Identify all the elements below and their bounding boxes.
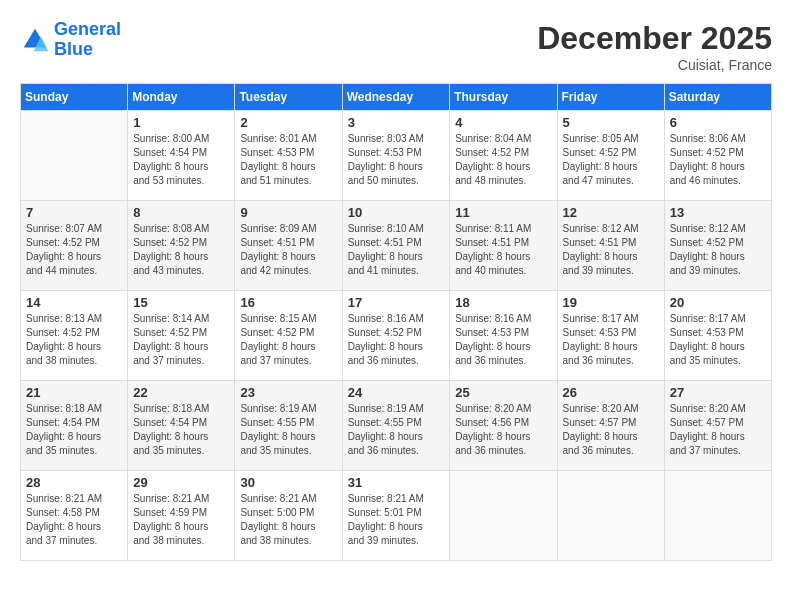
day-number: 9 [240,205,336,220]
day-number: 24 [348,385,445,400]
day-info: Sunrise: 8:04 AMSunset: 4:52 PMDaylight:… [455,132,551,188]
day-number: 12 [563,205,659,220]
calendar-cell [557,471,664,561]
calendar-cell: 31Sunrise: 8:21 AMSunset: 5:01 PMDayligh… [342,471,450,561]
calendar-cell: 16Sunrise: 8:15 AMSunset: 4:52 PMDayligh… [235,291,342,381]
calendar-week-row: 28Sunrise: 8:21 AMSunset: 4:58 PMDayligh… [21,471,772,561]
day-number: 1 [133,115,229,130]
calendar-cell: 20Sunrise: 8:17 AMSunset: 4:53 PMDayligh… [664,291,771,381]
calendar-cell: 9Sunrise: 8:09 AMSunset: 4:51 PMDaylight… [235,201,342,291]
calendar-cell: 22Sunrise: 8:18 AMSunset: 4:54 PMDayligh… [128,381,235,471]
calendar-cell: 1Sunrise: 8:00 AMSunset: 4:54 PMDaylight… [128,111,235,201]
day-info: Sunrise: 8:07 AMSunset: 4:52 PMDaylight:… [26,222,122,278]
calendar-cell [664,471,771,561]
calendar-cell: 3Sunrise: 8:03 AMSunset: 4:53 PMDaylight… [342,111,450,201]
day-info: Sunrise: 8:17 AMSunset: 4:53 PMDaylight:… [670,312,766,368]
logo-icon [20,25,50,55]
day-info: Sunrise: 8:16 AMSunset: 4:52 PMDaylight:… [348,312,445,368]
day-number: 22 [133,385,229,400]
title-area: December 2025 Cuisiat, France [537,20,772,73]
weekday-header-tuesday: Tuesday [235,84,342,111]
day-info: Sunrise: 8:16 AMSunset: 4:53 PMDaylight:… [455,312,551,368]
calendar-cell: 13Sunrise: 8:12 AMSunset: 4:52 PMDayligh… [664,201,771,291]
day-info: Sunrise: 8:20 AMSunset: 4:57 PMDaylight:… [670,402,766,458]
page-header: General Blue December 2025 Cuisiat, Fran… [20,20,772,73]
day-info: Sunrise: 8:21 AMSunset: 4:59 PMDaylight:… [133,492,229,548]
calendar-week-row: 14Sunrise: 8:13 AMSunset: 4:52 PMDayligh… [21,291,772,381]
calendar-cell: 15Sunrise: 8:14 AMSunset: 4:52 PMDayligh… [128,291,235,381]
day-number: 7 [26,205,122,220]
day-info: Sunrise: 8:00 AMSunset: 4:54 PMDaylight:… [133,132,229,188]
calendar-cell [450,471,557,561]
calendar-cell: 30Sunrise: 8:21 AMSunset: 5:00 PMDayligh… [235,471,342,561]
day-info: Sunrise: 8:14 AMSunset: 4:52 PMDaylight:… [133,312,229,368]
day-number: 16 [240,295,336,310]
logo: General Blue [20,20,121,60]
calendar-cell: 27Sunrise: 8:20 AMSunset: 4:57 PMDayligh… [664,381,771,471]
weekday-header-sunday: Sunday [21,84,128,111]
day-info: Sunrise: 8:21 AMSunset: 5:01 PMDaylight:… [348,492,445,548]
day-number: 30 [240,475,336,490]
calendar-cell: 4Sunrise: 8:04 AMSunset: 4:52 PMDaylight… [450,111,557,201]
day-number: 5 [563,115,659,130]
calendar-cell: 24Sunrise: 8:19 AMSunset: 4:55 PMDayligh… [342,381,450,471]
day-info: Sunrise: 8:03 AMSunset: 4:53 PMDaylight:… [348,132,445,188]
logo-text: General Blue [54,20,121,60]
day-info: Sunrise: 8:18 AMSunset: 4:54 PMDaylight:… [26,402,122,458]
day-info: Sunrise: 8:19 AMSunset: 4:55 PMDaylight:… [240,402,336,458]
calendar-cell: 2Sunrise: 8:01 AMSunset: 4:53 PMDaylight… [235,111,342,201]
day-info: Sunrise: 8:20 AMSunset: 4:57 PMDaylight:… [563,402,659,458]
day-number: 10 [348,205,445,220]
weekday-header-wednesday: Wednesday [342,84,450,111]
day-info: Sunrise: 8:17 AMSunset: 4:53 PMDaylight:… [563,312,659,368]
day-number: 21 [26,385,122,400]
day-info: Sunrise: 8:18 AMSunset: 4:54 PMDaylight:… [133,402,229,458]
day-number: 31 [348,475,445,490]
day-number: 26 [563,385,659,400]
day-number: 2 [240,115,336,130]
weekday-header-row: SundayMondayTuesdayWednesdayThursdayFrid… [21,84,772,111]
day-number: 19 [563,295,659,310]
calendar-cell: 23Sunrise: 8:19 AMSunset: 4:55 PMDayligh… [235,381,342,471]
day-info: Sunrise: 8:12 AMSunset: 4:51 PMDaylight:… [563,222,659,278]
day-number: 13 [670,205,766,220]
calendar-cell: 26Sunrise: 8:20 AMSunset: 4:57 PMDayligh… [557,381,664,471]
day-info: Sunrise: 8:19 AMSunset: 4:55 PMDaylight:… [348,402,445,458]
day-number: 14 [26,295,122,310]
day-info: Sunrise: 8:06 AMSunset: 4:52 PMDaylight:… [670,132,766,188]
calendar-cell: 5Sunrise: 8:05 AMSunset: 4:52 PMDaylight… [557,111,664,201]
calendar-cell: 21Sunrise: 8:18 AMSunset: 4:54 PMDayligh… [21,381,128,471]
calendar-cell: 12Sunrise: 8:12 AMSunset: 4:51 PMDayligh… [557,201,664,291]
day-info: Sunrise: 8:13 AMSunset: 4:52 PMDaylight:… [26,312,122,368]
day-number: 17 [348,295,445,310]
day-number: 20 [670,295,766,310]
day-number: 11 [455,205,551,220]
day-info: Sunrise: 8:11 AMSunset: 4:51 PMDaylight:… [455,222,551,278]
calendar-cell: 17Sunrise: 8:16 AMSunset: 4:52 PMDayligh… [342,291,450,381]
day-number: 15 [133,295,229,310]
weekday-header-monday: Monday [128,84,235,111]
day-info: Sunrise: 8:20 AMSunset: 4:56 PMDaylight:… [455,402,551,458]
day-number: 25 [455,385,551,400]
calendar-cell: 19Sunrise: 8:17 AMSunset: 4:53 PMDayligh… [557,291,664,381]
calendar-cell: 7Sunrise: 8:07 AMSunset: 4:52 PMDaylight… [21,201,128,291]
calendar-table: SundayMondayTuesdayWednesdayThursdayFrid… [20,83,772,561]
day-number: 23 [240,385,336,400]
day-info: Sunrise: 8:09 AMSunset: 4:51 PMDaylight:… [240,222,336,278]
day-info: Sunrise: 8:01 AMSunset: 4:53 PMDaylight:… [240,132,336,188]
day-number: 29 [133,475,229,490]
day-info: Sunrise: 8:08 AMSunset: 4:52 PMDaylight:… [133,222,229,278]
day-number: 18 [455,295,551,310]
calendar-cell: 14Sunrise: 8:13 AMSunset: 4:52 PMDayligh… [21,291,128,381]
calendar-cell [21,111,128,201]
weekday-header-thursday: Thursday [450,84,557,111]
location: Cuisiat, France [537,57,772,73]
day-number: 27 [670,385,766,400]
weekday-header-friday: Friday [557,84,664,111]
calendar-cell: 28Sunrise: 8:21 AMSunset: 4:58 PMDayligh… [21,471,128,561]
calendar-cell: 18Sunrise: 8:16 AMSunset: 4:53 PMDayligh… [450,291,557,381]
day-info: Sunrise: 8:12 AMSunset: 4:52 PMDaylight:… [670,222,766,278]
calendar-week-row: 1Sunrise: 8:00 AMSunset: 4:54 PMDaylight… [21,111,772,201]
calendar-cell: 8Sunrise: 8:08 AMSunset: 4:52 PMDaylight… [128,201,235,291]
weekday-header-saturday: Saturday [664,84,771,111]
